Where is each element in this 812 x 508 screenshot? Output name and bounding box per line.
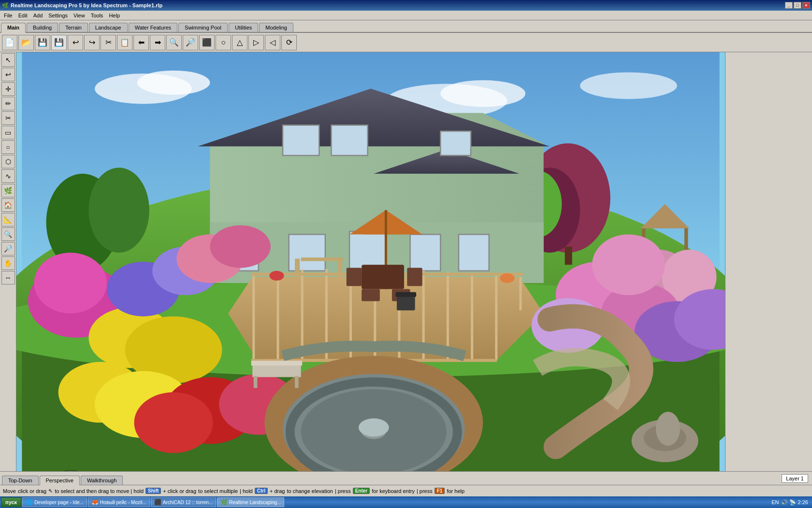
- toolbar-zoom-out[interactable]: 🔎: [183, 35, 198, 50]
- taskbar: пуск 🌐 Developer page - Ide... 🦊 Новый р…: [0, 496, 812, 508]
- sidebar-btn-poly[interactable]: ⬡: [1, 155, 15, 168]
- sidebar-btn-measure[interactable]: 📐: [1, 213, 15, 226]
- toolbar-shape2[interactable]: ○: [216, 35, 231, 50]
- toolbar-prev[interactable]: ⬅: [133, 35, 149, 50]
- svg-rect-31: [289, 235, 325, 271]
- tab-main[interactable]: Main: [1, 23, 26, 33]
- taskbar-label-2: Новый рейс - Mozil...: [100, 500, 146, 505]
- taskbar-label-1: Developer page - Ide...: [34, 500, 84, 505]
- tab-utilities[interactable]: Utilities: [229, 23, 258, 32]
- menu-settings[interactable]: Settings: [45, 12, 71, 19]
- key-f1: F1: [435, 488, 445, 494]
- sidebar-btn-draw[interactable]: ✏: [1, 97, 15, 110]
- view-tab-walkthrough[interactable]: Walkthrough: [81, 476, 123, 485]
- sidebar-btn-plant[interactable]: 🌿: [1, 184, 15, 197]
- statusbar: Move click or drag ⇖ to select and then …: [0, 485, 812, 496]
- taskbar-item-1[interactable]: 🌐 Developer page - Ide...: [22, 497, 87, 507]
- taskbar-label-3: ArchiCAD 12 :: torren...: [163, 500, 213, 505]
- taskbar-item-2[interactable]: 🦊 Новый рейс - Mozil...: [88, 497, 150, 507]
- sidebar-btn-pan[interactable]: ✋: [1, 256, 15, 270]
- svg-rect-40: [276, 271, 279, 361]
- tab-water-features[interactable]: Water Features: [129, 23, 177, 32]
- svg-rect-27: [283, 125, 319, 156]
- toolbar-save[interactable]: 💾: [51, 35, 67, 50]
- toolbar-next[interactable]: ➡: [150, 35, 165, 50]
- view-tab-perspective[interactable]: Perspective: [40, 476, 80, 486]
- taskbar-item-3[interactable]: ⬛ ArchiCAD 12 :: torren...: [151, 497, 216, 507]
- tab-landscape[interactable]: Landscape: [89, 23, 128, 32]
- sidebar-btn-build[interactable]: 🏠: [1, 198, 15, 212]
- scene-svg: N S W E Orbit Height: [16, 52, 725, 471]
- sidebar-btn-move[interactable]: ✛: [1, 82, 15, 96]
- taskbar-icon-4: 🌿: [220, 499, 228, 506]
- sidebar-btn-rect[interactable]: ▭: [1, 126, 15, 139]
- svg-point-10: [88, 167, 149, 253]
- taskbar-icon-1: 🌐: [26, 499, 33, 506]
- view-tab-topdown[interactable]: Top-Down: [2, 476, 39, 485]
- toolbar-open[interactable]: 📂: [18, 35, 34, 50]
- menu-edit[interactable]: Edit: [15, 12, 30, 19]
- sidebar-btn-zoom-out2[interactable]: 🔎: [1, 242, 15, 255]
- status-hint3-text: for keyboard entry: [372, 488, 415, 494]
- sidebar-btn-path[interactable]: ∿: [1, 169, 15, 183]
- sidebar-btn-zoom-in2[interactable]: 🔍: [1, 227, 15, 241]
- menu-add[interactable]: Add: [30, 12, 46, 19]
- viewport[interactable]: N S W E Orbit Height: [16, 52, 725, 471]
- titlebar-controls[interactable]: _ □ ×: [785, 2, 810, 9]
- maximize-button[interactable]: □: [794, 2, 801, 9]
- view-tabs-bar: Top-Down Perspective Walkthrough Layer 1: [0, 471, 812, 485]
- menu-view[interactable]: View: [71, 12, 88, 19]
- tab-terrain[interactable]: Terrain: [59, 23, 88, 32]
- svg-rect-62: [397, 295, 415, 310]
- close-button[interactable]: ×: [802, 2, 810, 9]
- tab-building[interactable]: Building: [27, 23, 58, 32]
- toolbar-shape4[interactable]: ▷: [248, 35, 264, 50]
- svg-rect-92: [251, 361, 302, 366]
- svg-rect-39: [252, 274, 255, 362]
- tab-swimming-pool[interactable]: Swimming Pool: [178, 23, 228, 32]
- toolbar-cut[interactable]: ✂: [101, 35, 116, 50]
- start-button[interactable]: пуск: [1, 497, 21, 507]
- svg-rect-94: [295, 376, 299, 388]
- status-action: Move: [3, 488, 16, 494]
- status-hint2-action: to change elevation: [287, 488, 333, 494]
- taskbar-right: EN 🔊 📡 2:26: [768, 499, 811, 506]
- status-hint3-pre: | press: [335, 488, 351, 494]
- menu-tools[interactable]: Tools: [88, 12, 106, 19]
- svg-point-97: [656, 412, 680, 446]
- titlebar-left: 🌿 Realtime Landscaping Pro 5 by Idea Spe…: [2, 2, 162, 9]
- svg-rect-50: [519, 277, 522, 310]
- svg-point-64: [269, 271, 284, 281]
- toolbar-shape1[interactable]: ⬛: [199, 35, 215, 50]
- svg-rect-37: [301, 257, 344, 261]
- toolbar-redo[interactable]: ↪: [84, 35, 100, 50]
- toolbar-zoom-in[interactable]: 🔍: [166, 35, 182, 50]
- status-hint1-pre: to select and then drag to move | hold: [55, 488, 144, 494]
- toolbar-shape3[interactable]: △: [232, 35, 247, 50]
- menu-help[interactable]: Help: [106, 12, 123, 19]
- svg-point-73: [210, 225, 271, 268]
- toolbar-undo[interactable]: ↩: [68, 35, 83, 50]
- sidebar-btn-resize[interactable]: ↔: [1, 271, 15, 284]
- tab-modeling[interactable]: Modeling: [259, 23, 293, 32]
- tabs-bar: Main Building Terrain Landscape Water Fe…: [0, 20, 812, 33]
- toolbar-new[interactable]: 📄: [2, 35, 17, 50]
- taskbar-item-4[interactable]: 🌿 Realtime Landscaping...: [217, 497, 284, 507]
- title-text: Realtime Landscaping Pro 5 by Idea Spect…: [11, 2, 162, 8]
- status-hint4-text: for help: [447, 488, 464, 494]
- toolbar-shape5[interactable]: ◁: [265, 35, 280, 50]
- menu-file[interactable]: File: [1, 12, 15, 19]
- status-hint1-action: to select multiple: [198, 488, 238, 494]
- key-ctrl: Ctrl: [255, 488, 268, 494]
- svg-point-5: [580, 72, 677, 99]
- sidebar-btn-select[interactable]: ↖: [1, 53, 15, 67]
- toolbar-save-as[interactable]: 💾: [35, 35, 50, 50]
- menubar: File Edit Add Settings View Tools Help: [0, 11, 812, 20]
- sidebar-btn-rotate[interactable]: ↩: [1, 68, 15, 81]
- minimize-button[interactable]: _: [785, 2, 793, 9]
- toolbar-copy[interactable]: 📋: [117, 35, 132, 50]
- toolbar-refresh[interactable]: ⟳: [281, 35, 297, 50]
- sidebar-btn-cut[interactable]: ✂: [1, 111, 15, 125]
- toolbar: 📄 📂 💾 💾 ↩ ↪ ✂ 📋 ⬅ ➡ 🔍 🔎 ⬛ ○ △ ▷ ◁ ⟳: [0, 33, 812, 52]
- sidebar-btn-circle[interactable]: ○: [1, 140, 15, 154]
